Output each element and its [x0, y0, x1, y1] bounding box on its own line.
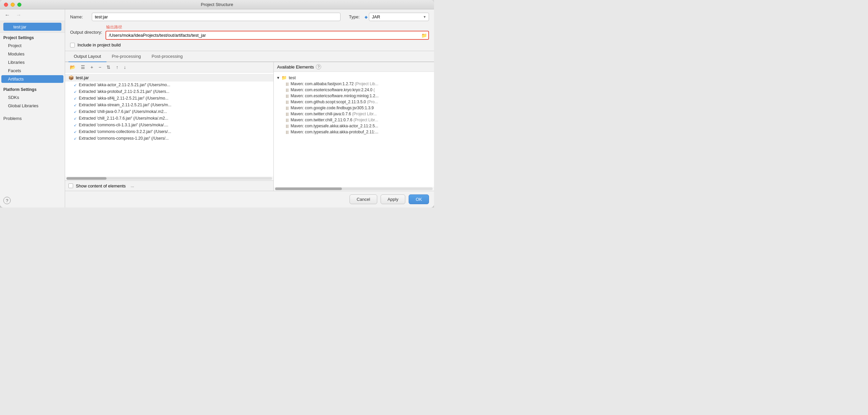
tree-content[interactable]: 📦 test.jar ↙ Extracted 'akka-actor_2.11-… — [65, 72, 273, 176]
type-select[interactable]: JAR — [369, 13, 429, 21]
show-content-checkbox[interactable] — [68, 183, 73, 188]
tree-item-6[interactable]: ↙ Extracted 'commons-cli-1.3.1.jar/' (/U… — [65, 122, 273, 128]
cancel-button[interactable]: Cancel — [349, 195, 377, 204]
apply-button[interactable]: Apply — [380, 195, 406, 204]
tab-post-processing[interactable]: Post-processing — [146, 51, 188, 62]
available-horizontal-scrollbar[interactable] — [275, 187, 433, 190]
maximize-button[interactable] — [18, 3, 21, 7]
folder-icon: 📁 — [281, 75, 287, 80]
maven-bar-icon-7: ||| — [286, 124, 289, 128]
avail-item-4[interactable]: ||| Maven: com.google.code.findbugs:jsr3… — [277, 105, 431, 111]
name-type-row: Name: Type: ◆ JAR ▼ — [70, 13, 429, 21]
type-jar-icon: ◆ — [365, 15, 368, 19]
tree-item-1[interactable]: ↙ Extracted 'akka-protobuf_2.11-2.5.21.j… — [65, 88, 273, 95]
avail-section-label: test — [289, 75, 296, 80]
tree-item-label-7: Extracted 'commons-collections-3.2.2.jar… — [79, 129, 171, 134]
maven-bar-icon-0: ||| — [286, 82, 289, 86]
tab-pre-processing[interactable]: Pre-processing — [106, 51, 146, 62]
sidebar-artifact-list: ◆ test:jar — [0, 21, 65, 33]
tree-horizontal-scrollbar[interactable] — [66, 177, 272, 180]
available-content[interactable]: ▾ 📁 test ||| Maven: com.alibaba:fastjson… — [274, 72, 434, 187]
tree-item-4[interactable]: ↙ Extracted 'chill-java-0.7.6.jar/' (/Us… — [65, 108, 273, 115]
include-build-label: Include in project build — [78, 42, 121, 48]
output-dir-label: Output directory: — [70, 30, 102, 35]
extract-icon-7: ↙ — [74, 130, 77, 134]
forward-button[interactable]: → — [15, 11, 23, 19]
minimize-button[interactable] — [11, 3, 15, 7]
include-build-checkbox[interactable] — [70, 43, 75, 48]
maven-bar-icon-1: ||| — [286, 88, 289, 92]
avail-item-0[interactable]: ||| Maven: com.alibaba:fastjson:1.2.72 (… — [277, 81, 431, 87]
type-select-container: ◆ JAR ▼ — [365, 13, 429, 21]
avail-item-6[interactable]: ||| Maven: com.twitter:chill_2.11:0.7.6 … — [277, 117, 431, 123]
avail-section-header-test[interactable]: ▾ 📁 test — [277, 75, 431, 81]
extract-icon-1: ↙ — [74, 90, 77, 94]
avail-item-label-8: Maven: com.typesafe.akka:akka-protobuf_2… — [291, 130, 379, 134]
available-elements-label: Available Elements — [277, 64, 314, 69]
available-elements-panel: Available Elements ? ▾ 📁 test ||| — [274, 62, 434, 191]
info-icon[interactable]: ? — [316, 64, 321, 69]
output-dir-browse-button[interactable]: 📁 — [420, 32, 428, 39]
avail-item-3[interactable]: ||| Maven: com.github.scopt:scopt_2.11:3… — [277, 99, 431, 105]
show-dependencies-button[interactable]: ☰ — [79, 63, 87, 71]
sidebar-item-problems[interactable]: Problems — [0, 113, 65, 122]
avail-item-label-6: Maven: com.twitter:chill_2.11:0.7.6 (Pro… — [291, 118, 378, 122]
maven-bar-icon-6: ||| — [286, 118, 289, 122]
avail-item-8[interactable]: ||| Maven: com.typesafe.akka:akka-protob… — [277, 129, 431, 135]
sidebar-item-artifacts[interactable]: Artifacts — [1, 75, 63, 83]
extract-icon-5: ↙ — [74, 116, 77, 121]
artifact-header: Name: Type: ◆ JAR ▼ Output directory: — [65, 9, 434, 51]
include-build-row: Include in project build — [70, 42, 429, 48]
back-button[interactable]: ← — [3, 11, 11, 19]
tree-item-5[interactable]: ↙ Extracted 'chill_2.11-0.7.6.jar/' (/Us… — [65, 115, 273, 122]
window-title: Project Structure — [201, 2, 234, 7]
tree-item-7[interactable]: ↙ Extracted 'commons-collections-3.2.2.j… — [65, 128, 273, 135]
avail-item-1[interactable]: ||| Maven: com.esotericsoftware.kryo:kry… — [277, 87, 431, 93]
tree-item-label-1: Extracted 'akka-protobuf_2.11-2.5.21.jar… — [79, 89, 169, 94]
move-down-button[interactable]: ↓ — [122, 63, 128, 71]
show-content-row: Show content of elements ... — [65, 180, 273, 191]
sidebar-item-global-libraries[interactable]: Global Libraries — [1, 102, 63, 110]
tree-item-8[interactable]: ↙ Extracted 'commons-compress-1.20.jar/'… — [65, 135, 273, 142]
avail-item-label-0: Maven: com.alibaba:fastjson:1.2.72 (Proj… — [291, 82, 379, 86]
jar-package-icon: 📦 — [68, 75, 74, 80]
tree-panel: 📂 ☰ + − ⇅ ↑ ↓ 📦 test.jar — [65, 62, 274, 191]
avail-item-label-3: Maven: com.github.scopt:scopt_2.11:3.5.0… — [291, 99, 378, 104]
avail-item-2[interactable]: ||| Maven: com.esotericsoftware.minlog:m… — [277, 93, 431, 99]
show-content-more-button[interactable]: ... — [128, 183, 136, 189]
move-up-button[interactable]: ↑ — [114, 63, 120, 71]
name-input[interactable] — [92, 13, 341, 21]
help-button-container: ? — [0, 194, 65, 208]
help-button[interactable]: ? — [3, 197, 11, 204]
sidebar-item-facets[interactable]: Facets — [1, 67, 63, 75]
maven-bar-icon-4: ||| — [286, 106, 289, 110]
remove-element-button[interactable]: − — [96, 63, 103, 71]
sidebar-item-modules[interactable]: Modules — [1, 50, 63, 58]
maven-bar-icon-3: ||| — [286, 100, 289, 104]
extract-icon-6: ↙ — [74, 123, 77, 127]
sidebar-artifact-item-test-jar[interactable]: ◆ test:jar — [3, 23, 61, 31]
tab-output-layout[interactable]: Output Layout — [68, 51, 106, 62]
create-directory-button[interactable]: 📂 — [68, 63, 78, 71]
sort-button[interactable]: ⇅ — [104, 63, 113, 71]
avail-section-test: ▾ 📁 test ||| Maven: com.alibaba:fastjson… — [274, 73, 434, 136]
tree-item-label-4: Extracted 'chill-java-0.7.6.jar/' (/User… — [79, 109, 167, 114]
output-dir-input[interactable] — [105, 31, 429, 40]
sidebar-item-sdks[interactable]: SDKs — [1, 94, 63, 101]
tree-root-item[interactable]: 📦 test.jar — [65, 74, 273, 82]
avail-item-5[interactable]: ||| Maven: com.twitter:chill-java:0.7.6 … — [277, 111, 431, 117]
avail-item-7[interactable]: ||| Maven: com.typesafe.akka:akka-actor_… — [277, 123, 431, 129]
extract-icon-4: ↙ — [74, 110, 77, 114]
tree-item-2[interactable]: ↙ Extracted 'akka-slf4j_2.11-2.5.21.jar/… — [65, 95, 273, 101]
tree-item-3[interactable]: ↙ Extracted 'akka-stream_2.11-2.5.21.jar… — [65, 101, 273, 108]
tree-root-label: test.jar — [76, 75, 89, 80]
ok-button[interactable]: OK — [409, 195, 429, 204]
close-button[interactable] — [4, 3, 8, 7]
tree-scrollbar-thumb — [66, 177, 106, 180]
sidebar-item-project[interactable]: Project — [1, 42, 63, 50]
add-element-button[interactable]: + — [89, 63, 95, 71]
maven-bar-icon-5: ||| — [286, 112, 289, 116]
tree-item-0[interactable]: ↙ Extracted 'akka-actor_2.11-2.5.21.jar/… — [65, 82, 273, 88]
sidebar-item-libraries[interactable]: Libraries — [1, 58, 63, 66]
tree-item-label-5: Extracted 'chill_2.11-0.7.6.jar/' (/User… — [79, 116, 168, 121]
